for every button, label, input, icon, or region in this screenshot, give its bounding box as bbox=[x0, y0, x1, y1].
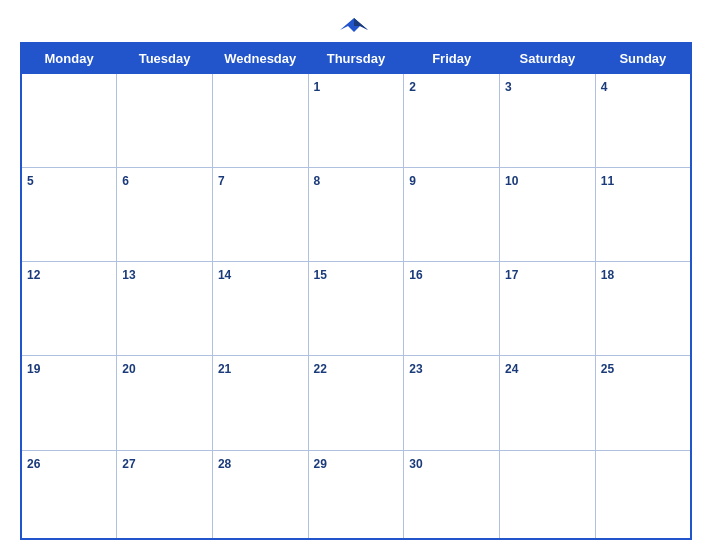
calendar-week-2: 567891011 bbox=[21, 168, 691, 262]
calendar-cell: 25 bbox=[595, 356, 691, 450]
calendar-cell: 22 bbox=[308, 356, 404, 450]
weekday-header-row: MondayTuesdayWednesdayThursdayFridaySatu… bbox=[21, 43, 691, 74]
day-number: 1 bbox=[314, 80, 321, 94]
day-number: 10 bbox=[505, 174, 518, 188]
calendar-cell bbox=[500, 450, 596, 539]
day-number: 17 bbox=[505, 268, 518, 282]
day-number: 12 bbox=[27, 268, 40, 282]
day-number: 21 bbox=[218, 362, 231, 376]
day-number: 23 bbox=[409, 362, 422, 376]
calendar-cell: 8 bbox=[308, 168, 404, 262]
calendar-table: MondayTuesdayWednesdayThursdayFridaySatu… bbox=[20, 42, 692, 540]
calendar-cell: 29 bbox=[308, 450, 404, 539]
calendar-cell: 11 bbox=[595, 168, 691, 262]
calendar-week-5: 2627282930 bbox=[21, 450, 691, 539]
day-number: 30 bbox=[409, 457, 422, 471]
calendar-cell: 13 bbox=[117, 262, 213, 356]
calendar-week-1: 1234 bbox=[21, 74, 691, 168]
calendar-cell bbox=[595, 450, 691, 539]
calendar-cell: 16 bbox=[404, 262, 500, 356]
calendar-cell: 6 bbox=[117, 168, 213, 262]
calendar-header bbox=[20, 10, 692, 36]
calendar-cell: 9 bbox=[404, 168, 500, 262]
day-number: 9 bbox=[409, 174, 416, 188]
calendar-cell: 19 bbox=[21, 356, 117, 450]
weekday-thursday: Thursday bbox=[308, 43, 404, 74]
logo bbox=[340, 16, 372, 34]
calendar-cell: 5 bbox=[21, 168, 117, 262]
calendar-cell: 3 bbox=[500, 74, 596, 168]
calendar-week-4: 19202122232425 bbox=[21, 356, 691, 450]
day-number: 5 bbox=[27, 174, 34, 188]
day-number: 13 bbox=[122, 268, 135, 282]
day-number: 2 bbox=[409, 80, 416, 94]
weekday-friday: Friday bbox=[404, 43, 500, 74]
calendar-cell: 14 bbox=[212, 262, 308, 356]
calendar-cell: 21 bbox=[212, 356, 308, 450]
calendar-cell: 26 bbox=[21, 450, 117, 539]
day-number: 3 bbox=[505, 80, 512, 94]
day-number: 22 bbox=[314, 362, 327, 376]
day-number: 4 bbox=[601, 80, 608, 94]
weekday-wednesday: Wednesday bbox=[212, 43, 308, 74]
calendar-cell: 27 bbox=[117, 450, 213, 539]
day-number: 14 bbox=[218, 268, 231, 282]
weekday-tuesday: Tuesday bbox=[117, 43, 213, 74]
calendar-cell bbox=[117, 74, 213, 168]
day-number: 27 bbox=[122, 457, 135, 471]
day-number: 20 bbox=[122, 362, 135, 376]
weekday-monday: Monday bbox=[21, 43, 117, 74]
calendar-cell bbox=[21, 74, 117, 168]
calendar-cell: 7 bbox=[212, 168, 308, 262]
calendar-cell: 23 bbox=[404, 356, 500, 450]
day-number: 16 bbox=[409, 268, 422, 282]
day-number: 19 bbox=[27, 362, 40, 376]
day-number: 28 bbox=[218, 457, 231, 471]
day-number: 15 bbox=[314, 268, 327, 282]
calendar-cell: 18 bbox=[595, 262, 691, 356]
calendar-cell: 1 bbox=[308, 74, 404, 168]
logo-bird-icon bbox=[340, 16, 368, 34]
day-number: 7 bbox=[218, 174, 225, 188]
weekday-sunday: Sunday bbox=[595, 43, 691, 74]
weekday-saturday: Saturday bbox=[500, 43, 596, 74]
calendar-cell: 15 bbox=[308, 262, 404, 356]
calendar-cell bbox=[212, 74, 308, 168]
calendar-cell: 12 bbox=[21, 262, 117, 356]
day-number: 24 bbox=[505, 362, 518, 376]
day-number: 18 bbox=[601, 268, 614, 282]
calendar-cell: 28 bbox=[212, 450, 308, 539]
calendar-week-3: 12131415161718 bbox=[21, 262, 691, 356]
day-number: 6 bbox=[122, 174, 129, 188]
day-number: 11 bbox=[601, 174, 614, 188]
calendar-cell: 30 bbox=[404, 450, 500, 539]
calendar-cell: 20 bbox=[117, 356, 213, 450]
calendar-cell: 4 bbox=[595, 74, 691, 168]
day-number: 25 bbox=[601, 362, 614, 376]
calendar-cell: 2 bbox=[404, 74, 500, 168]
calendar-cell: 17 bbox=[500, 262, 596, 356]
day-number: 29 bbox=[314, 457, 327, 471]
day-number: 26 bbox=[27, 457, 40, 471]
day-number: 8 bbox=[314, 174, 321, 188]
calendar-cell: 10 bbox=[500, 168, 596, 262]
calendar-cell: 24 bbox=[500, 356, 596, 450]
